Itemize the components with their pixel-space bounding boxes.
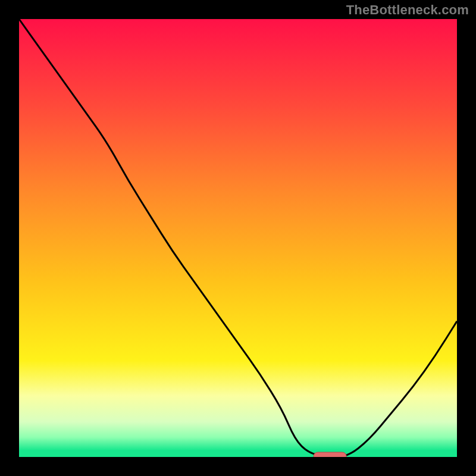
watermark-text: TheBottleneck.com	[346, 2, 469, 18]
gradient-background	[19, 19, 457, 457]
bottleneck-chart	[19, 19, 457, 457]
optimal-point-marker	[314, 452, 346, 457]
chart-frame: TheBottleneck.com	[0, 0, 476, 476]
